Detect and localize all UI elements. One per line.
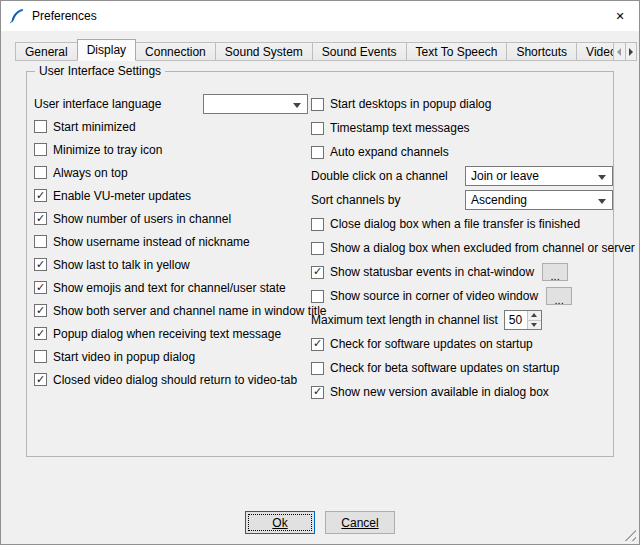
checkbox-vu-meter-updates[interactable]: Enable VU-meter updates	[34, 184, 308, 207]
tab-shortcuts[interactable]: Shortcuts	[506, 42, 577, 61]
checkbox-timestamp-messages[interactable]: Timestamp text messages	[311, 116, 613, 140]
tab-sound-events[interactable]: Sound Events	[312, 42, 407, 61]
checkbox-emojis-text-state[interactable]: Show emojis and text for channel/user st…	[34, 276, 308, 299]
double-click-label: Double click on a channel	[311, 169, 448, 183]
double-click-row: Double click on a channel Join or leave	[311, 164, 613, 188]
checkbox-popup-on-text-message[interactable]: Popup dialog when receiving text message	[34, 322, 308, 345]
checkbox-icon	[311, 362, 324, 375]
checkbox-icon	[34, 258, 47, 271]
checkbox-auto-expand-channels[interactable]: Auto expand channels	[311, 140, 613, 164]
checkbox-label: Show username instead of nickname	[53, 235, 250, 249]
checkbox-icon	[311, 146, 324, 159]
tab-scroll-buttons	[613, 42, 637, 61]
checkbox-icon	[311, 386, 324, 399]
checkbox-start-minimized[interactable]: Start minimized	[34, 115, 308, 138]
language-combobox[interactable]	[203, 94, 308, 114]
statusbar-events-row: Show statusbar events in chat-window ...	[311, 260, 613, 284]
checkbox-desktops-popup[interactable]: Start desktops in popup dialog	[311, 92, 613, 116]
ok-button[interactable]: Ok	[245, 511, 315, 534]
tab-scroll-right-button[interactable]	[626, 42, 638, 61]
tab-scroll-left-button[interactable]	[613, 42, 626, 61]
checkbox-statusbar-events[interactable]: Show statusbar events in chat-window	[311, 265, 534, 279]
tab-general[interactable]: General	[15, 42, 78, 61]
checkbox-always-on-top[interactable]: Always on top	[34, 161, 308, 184]
spinner-up-button[interactable]	[528, 311, 541, 320]
checkbox-icon	[311, 218, 324, 231]
close-icon: ✕	[615, 10, 624, 23]
checkbox-label: Check for software updates on startup	[330, 337, 533, 351]
checkbox-video-popup-dialog[interactable]: Start video in popup dialog	[34, 345, 308, 368]
checkbox-icon	[34, 373, 47, 386]
checkbox-label: Auto expand channels	[330, 145, 449, 159]
checkbox-label: Start video in popup dialog	[53, 350, 195, 364]
scroll-right-icon	[629, 48, 633, 56]
checkbox-label: Show both server and channel name in win…	[53, 304, 327, 318]
statusbar-events-more-button[interactable]: ...	[542, 263, 568, 281]
tab-label: Shortcuts	[516, 45, 567, 59]
cancel-button[interactable]: Cancel	[325, 511, 395, 534]
checkbox-icon	[34, 143, 47, 156]
checkbox-icon	[311, 98, 324, 111]
sort-channels-row: Sort channels by Ascending	[311, 188, 613, 212]
tab-bar: General Display Connection Sound System …	[15, 39, 613, 61]
tab-label: Text To Speech	[416, 45, 498, 59]
language-row: User interface language	[34, 92, 308, 115]
checkbox-icon	[311, 266, 324, 279]
double-click-combobox[interactable]: Join or leave	[465, 166, 613, 186]
tab-label: General	[25, 45, 68, 59]
checkbox-label: Popup dialog when receiving text message	[53, 327, 281, 341]
max-text-length-row: Maximum text length in channel list 50	[311, 308, 613, 332]
tab-text-to-speech[interactable]: Text To Speech	[406, 42, 508, 61]
checkbox-show-user-count[interactable]: Show number of users in channel	[34, 207, 308, 230]
tab-label: Sound Events	[322, 45, 397, 59]
checkbox-video-source-corner[interactable]: Show source in corner of video window	[311, 289, 538, 303]
tab-sound-system[interactable]: Sound System	[215, 42, 313, 61]
max-text-length-spinner[interactable]: 50	[504, 310, 542, 330]
checkbox-icon	[34, 304, 47, 317]
checkbox-label: Closed video dialog should return to vid…	[53, 373, 297, 387]
checkbox-username-instead-nickname[interactable]: Show username instead of nickname	[34, 230, 308, 253]
close-button[interactable]: ✕	[601, 1, 639, 31]
tab-connection[interactable]: Connection	[135, 42, 216, 61]
video-source-more-button[interactable]: ...	[546, 287, 572, 305]
app-logo-icon	[9, 8, 25, 24]
checkbox-check-beta-updates[interactable]: Check for beta software updates on start…	[311, 356, 613, 380]
checkbox-closed-video-return-tab[interactable]: Closed video dialog should return to vid…	[34, 368, 308, 391]
left-column: User interface language Start minimized …	[34, 92, 308, 391]
sort-channels-value: Ascending	[471, 193, 527, 207]
checkbox-icon	[34, 120, 47, 133]
max-text-length-label: Maximum text length in channel list	[311, 313, 498, 327]
checkbox-icon	[34, 235, 47, 248]
checkbox-label: Show number of users in channel	[53, 212, 231, 226]
tab-video[interactable]: Video	[576, 42, 613, 61]
checkbox-icon	[34, 212, 47, 225]
checkbox-label: Enable VU-meter updates	[53, 189, 191, 203]
spinner-down-button[interactable]	[528, 320, 541, 330]
checkbox-icon	[34, 350, 47, 363]
checkbox-label: Show last to talk in yellow	[53, 258, 190, 272]
checkbox-label: Always on top	[53, 166, 128, 180]
checkbox-icon	[34, 327, 47, 340]
checkbox-check-updates[interactable]: Check for software updates on startup	[311, 332, 613, 356]
checkbox-server-channel-in-title[interactable]: Show both server and channel name in win…	[34, 299, 308, 322]
checkbox-label: Show new version available in dialog box	[330, 385, 549, 399]
checkbox-minimize-to-tray[interactable]: Minimize to tray icon	[34, 138, 308, 161]
sort-channels-combobox[interactable]: Ascending	[465, 190, 613, 210]
tab-display[interactable]: Display	[77, 39, 136, 61]
checkbox-label: Start desktops in popup dialog	[330, 97, 491, 111]
right-column: Start desktops in popup dialog Timestamp…	[311, 92, 613, 404]
scroll-left-icon	[617, 48, 621, 56]
window-title: Preferences	[32, 9, 97, 23]
checkbox-dialog-when-excluded[interactable]: Show a dialog box when excluded from cha…	[311, 236, 613, 260]
checkbox-label: Timestamp text messages	[330, 121, 470, 135]
arrow-up-icon	[531, 313, 537, 317]
checkbox-close-on-transfer-finished[interactable]: Close dialog box when a file transfer is…	[311, 212, 613, 236]
checkbox-label: Start minimized	[53, 120, 136, 134]
checkbox-icon	[311, 338, 324, 351]
title-bar[interactable]: Preferences ✕	[1, 1, 639, 31]
spinner-value: 50	[505, 311, 527, 329]
checkbox-last-to-talk-yellow[interactable]: Show last to talk in yellow	[34, 253, 308, 276]
checkbox-icon	[311, 122, 324, 135]
checkbox-label: Minimize to tray icon	[53, 143, 162, 157]
checkbox-new-version-dialog[interactable]: Show new version available in dialog box	[311, 380, 613, 404]
